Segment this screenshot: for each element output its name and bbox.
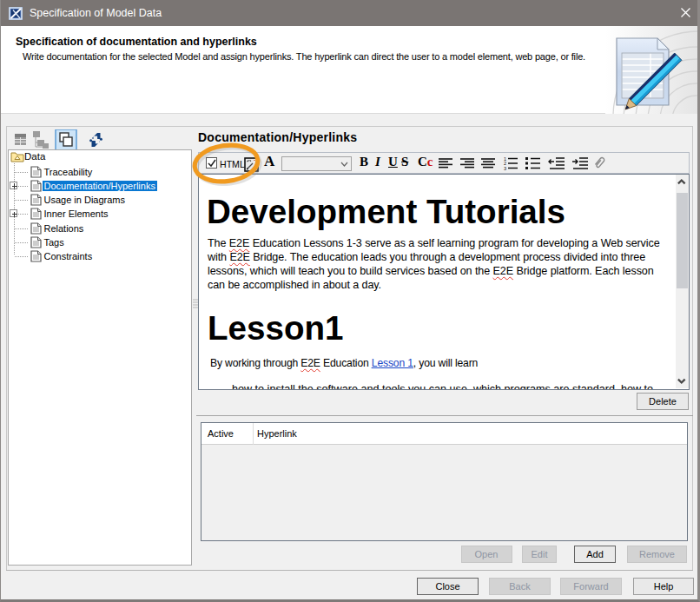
svg-text:3: 3 <box>504 166 506 171</box>
